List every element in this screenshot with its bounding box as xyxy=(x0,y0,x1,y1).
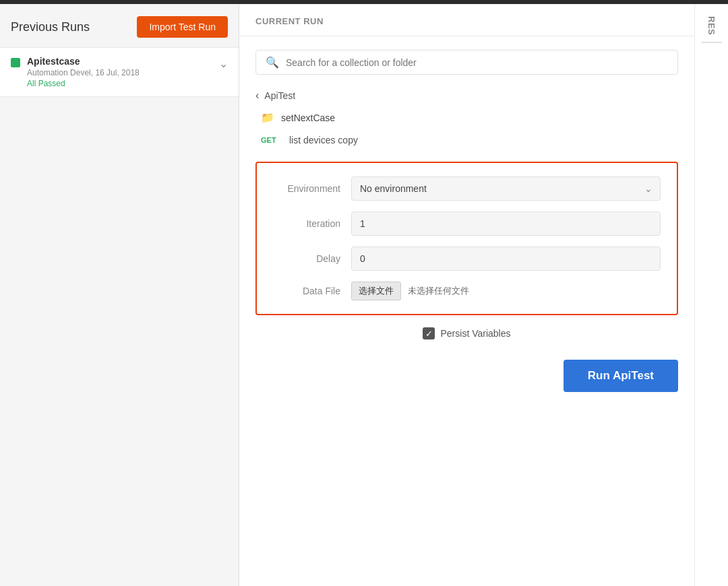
back-link-label: ApiTest xyxy=(264,90,295,101)
right-panel-label: RES xyxy=(706,16,717,35)
request-item[interactable]: GET list devices copy xyxy=(255,129,678,151)
delay-row: Delay xyxy=(273,247,661,271)
sidebar: Previous Runs Import Test Run Apitestcas… xyxy=(0,4,239,586)
run-item-status: All Passed xyxy=(27,79,214,88)
folder-item[interactable]: 📁 setNextCase xyxy=(255,106,678,129)
persist-variables-checkbox-wrapper[interactable]: ✓ Persist Variables xyxy=(423,327,510,339)
run-item-name: Apitestcase xyxy=(27,56,214,67)
folder-name: setNextCase xyxy=(281,112,335,123)
environment-select[interactable]: No environment xyxy=(351,176,661,201)
run-status-icon xyxy=(11,58,20,67)
run-apitest-button[interactable]: Run ApiTest xyxy=(564,360,678,392)
iteration-label: Iteration xyxy=(273,218,340,229)
run-button-row: Run ApiTest xyxy=(255,346,678,405)
request-name: list devices copy xyxy=(289,135,358,145)
collection-nav: ‹ ApiTest 📁 setNextCase GET list devices… xyxy=(255,86,678,151)
sidebar-header: Previous Runs Import Test Run xyxy=(0,4,239,47)
iteration-input[interactable] xyxy=(351,211,661,236)
method-badge: GET xyxy=(261,136,282,144)
sidebar-title: Previous Runs xyxy=(11,20,90,34)
data-file-row: Data File 选择文件 未选择任何文件 xyxy=(273,282,661,300)
file-input-wrapper: 选择文件 未选择任何文件 xyxy=(351,282,469,300)
persist-label: Persist Variables xyxy=(440,328,510,339)
environment-row: Environment No environment ⌄ xyxy=(273,176,661,201)
right-stub-divider xyxy=(702,42,722,43)
search-box: 🔍 xyxy=(255,50,678,75)
main-panel: CURRENT RUN 🔍 ‹ ApiTest 📁 setNextCase GE xyxy=(239,4,694,586)
choose-file-button[interactable]: 选择文件 xyxy=(351,282,401,300)
panel-body: 🔍 ‹ ApiTest 📁 setNextCase GET list devic… xyxy=(239,36,694,586)
chevron-down-icon: ⌄ xyxy=(219,57,228,70)
back-arrow-icon: ‹ xyxy=(255,90,259,102)
persist-checkbox[interactable]: ✓ xyxy=(423,327,435,339)
search-icon: 🔍 xyxy=(266,56,279,69)
run-item-content: Apitestcase Automation Devel, 16 Jul, 20… xyxy=(27,56,214,88)
delay-label: Delay xyxy=(273,253,340,264)
delay-input[interactable] xyxy=(351,247,661,271)
import-test-run-button[interactable]: Import Test Run xyxy=(137,16,228,38)
iteration-row: Iteration xyxy=(273,211,661,236)
current-run-title: CURRENT RUN xyxy=(255,16,324,26)
back-to-api-test[interactable]: ‹ ApiTest xyxy=(255,86,678,106)
right-panel-stub: RES xyxy=(694,4,728,586)
environment-select-wrapper: No environment ⌄ xyxy=(351,176,661,201)
search-input[interactable] xyxy=(286,57,668,68)
panel-header: CURRENT RUN xyxy=(239,4,694,36)
persist-variables-row: ✓ Persist Variables xyxy=(255,315,678,346)
environment-label: Environment xyxy=(273,183,340,194)
sidebar-run-item[interactable]: Apitestcase Automation Devel, 16 Jul, 20… xyxy=(0,47,239,97)
file-name-label: 未选择任何文件 xyxy=(408,285,469,297)
checkmark-icon: ✓ xyxy=(425,329,433,338)
config-section: Environment No environment ⌄ Iteration D… xyxy=(255,162,678,315)
data-file-label: Data File xyxy=(273,286,340,296)
folder-icon: 📁 xyxy=(261,111,274,124)
run-item-meta: Automation Devel, 16 Jul, 2018 xyxy=(27,68,214,77)
